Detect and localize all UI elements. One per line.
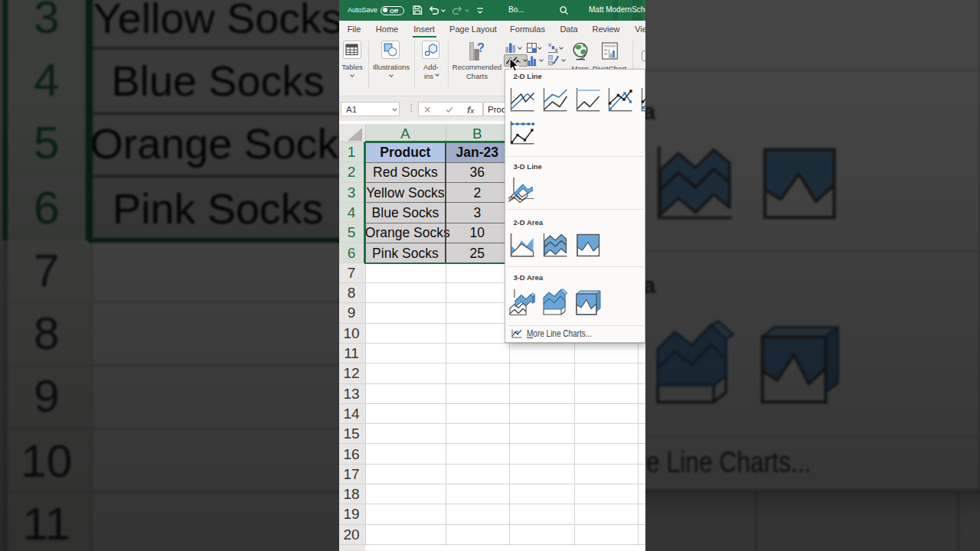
svg-text:?: ? bbox=[476, 41, 483, 55]
